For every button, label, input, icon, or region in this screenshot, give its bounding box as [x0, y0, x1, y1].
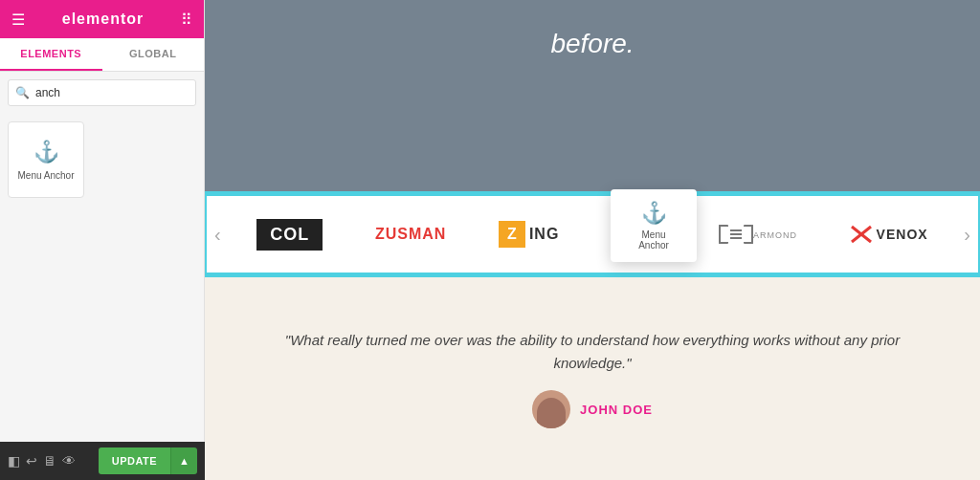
- update-arrow-button[interactable]: ▲: [170, 447, 197, 474]
- grid-icon[interactable]: ⠿: [181, 11, 192, 29]
- undo-icon[interactable]: ↩: [26, 453, 37, 469]
- elements-grid: ⚓ Menu Anchor: [0, 114, 204, 206]
- zing-text: ING: [529, 226, 559, 243]
- search-icon: 🔍: [15, 86, 30, 99]
- author-avatar: [532, 390, 570, 428]
- drag-widget-label: Menu Anchor: [626, 229, 681, 251]
- update-button[interactable]: UPDATE: [99, 447, 170, 474]
- logos-inner: COL ZUSMAN Z ING MADRIN: [235, 216, 949, 253]
- logos-highlight-top: [207, 193, 978, 196]
- hamburger-icon[interactable]: ☰: [11, 11, 25, 29]
- layers-icon[interactable]: ◧: [8, 453, 20, 469]
- drag-widget-icon: ⚓: [641, 201, 667, 226]
- logos-next-button[interactable]: ›: [964, 224, 970, 246]
- armond-bracket: [719, 225, 753, 244]
- update-button-group: UPDATE ▲: [99, 447, 197, 474]
- drag-widget[interactable]: ⚓ Menu Anchor: [611, 189, 697, 262]
- armond-bracket-left: [719, 225, 728, 244]
- element-menu-anchor[interactable]: ⚓ Menu Anchor: [8, 121, 84, 198]
- anchor-icon: ⚓: [33, 140, 59, 164]
- armond-bracket-right: [744, 225, 753, 244]
- main-content: before. ‹ COL ZUSMAN Z ING MADRIN: [205, 0, 980, 480]
- search-bar: 🔍: [0, 72, 204, 114]
- zing-icon: Z: [499, 221, 525, 248]
- logos-prev-button[interactable]: ‹: [214, 224, 221, 246]
- panel-tabs: ELEMENTS GLOBAL: [0, 38, 204, 72]
- left-panel: ☰ elementor ⠿ ELEMENTS GLOBAL 🔍 ⚓ Menu A…: [0, 0, 205, 480]
- tab-elements[interactable]: ELEMENTS: [0, 38, 102, 71]
- panel-header: ☰ elementor ⠿: [0, 0, 204, 38]
- avatar-image: [537, 398, 566, 428]
- author-name: JOHN DOE: [580, 403, 653, 417]
- logo-zusman: ZUSMAN: [375, 226, 446, 243]
- venox-text: VENOX: [877, 227, 928, 242]
- venox-icon: [850, 225, 873, 244]
- desktop-icon[interactable]: 🖥: [43, 453, 56, 469]
- logo-venox: VENOX: [850, 225, 928, 244]
- logo-col: COL: [256, 219, 323, 251]
- testimonial-quote: "What really turned me over was the abil…: [262, 329, 923, 375]
- testimonial-section: "What really turned me over was the abil…: [205, 277, 980, 480]
- hero-text: before.: [550, 29, 634, 59]
- elementor-logo: elementor: [62, 11, 144, 28]
- logo-armond: ARMOND: [719, 225, 797, 244]
- logos-section: ‹ COL ZUSMAN Z ING MADRIN: [205, 191, 980, 277]
- tab-global[interactable]: GLOBAL: [102, 38, 205, 71]
- armond-text: ARMOND: [753, 230, 797, 240]
- eye-icon[interactable]: 👁: [62, 453, 76, 469]
- search-input[interactable]: [8, 79, 196, 106]
- logos-highlight-bottom: [207, 273, 978, 275]
- bottom-bar: ◧ ↩ 🖥 👁 UPDATE ▲: [0, 442, 205, 480]
- element-menu-anchor-label: Menu Anchor: [18, 170, 75, 181]
- hero-section: before.: [205, 0, 980, 191]
- logo-zing: Z ING: [499, 221, 559, 248]
- testimonial-author: JOHN DOE: [532, 390, 653, 428]
